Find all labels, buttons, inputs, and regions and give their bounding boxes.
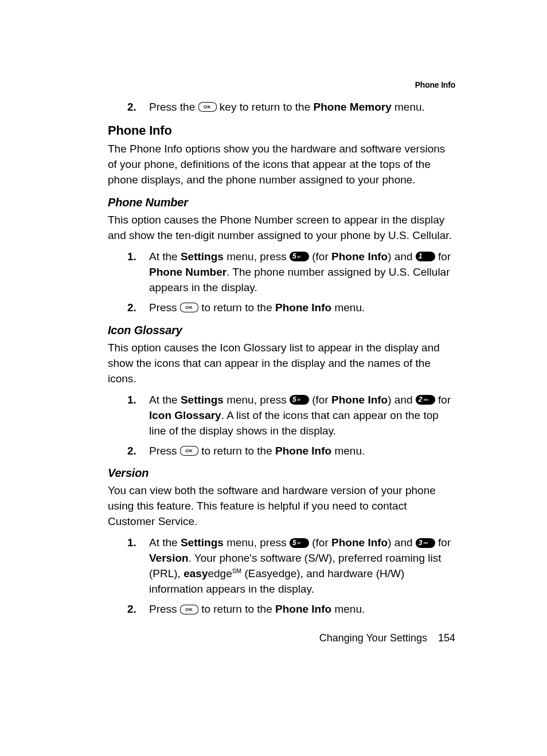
key-digit: 5 xyxy=(292,252,296,261)
text-fragment: Press the xyxy=(149,101,198,113)
text-fragment: menu. xyxy=(331,445,365,457)
sm-mark: SM xyxy=(232,567,242,574)
step-number: 1. xyxy=(127,393,136,408)
key-sub: jkl xyxy=(298,254,300,260)
text-fragment: ) and xyxy=(388,536,416,549)
bold-text: Phone Memory xyxy=(314,101,392,113)
ok-key-icon: OK xyxy=(198,102,217,112)
ordered-list: 1. At the Settings menu, press 5jkl (for… xyxy=(108,535,455,617)
running-head: Phone Info xyxy=(108,80,455,89)
key-1-icon: 1 xyxy=(416,252,435,261)
key-digit: 2 xyxy=(419,395,423,405)
body-paragraph: The Phone Info options show you the hard… xyxy=(108,142,455,188)
bold-text: Version xyxy=(149,552,189,564)
bold-text: Phone Info xyxy=(275,603,331,615)
bold-text: Phone Number xyxy=(149,266,226,278)
step-number: 2. xyxy=(127,444,136,459)
text-fragment: edge xyxy=(208,567,232,579)
text-fragment: for xyxy=(438,394,451,406)
key-sub: abc xyxy=(423,397,428,402)
body-paragraph: This option causes the Phone Number scre… xyxy=(108,213,455,244)
text-fragment: to return to the xyxy=(201,603,275,615)
bold-text: easy xyxy=(183,567,208,579)
text-fragment: to return to the xyxy=(201,445,275,457)
list-item: 1. At the Settings menu, press 5jkl (for… xyxy=(108,535,455,597)
text-fragment: menu. xyxy=(331,301,365,314)
section-heading-phone-info: Phone Info xyxy=(108,123,455,138)
subsection-heading-version: Version xyxy=(108,467,455,480)
step-number: 2. xyxy=(127,602,136,617)
list-item: 2. Press OK to return to the Phone Info … xyxy=(108,300,455,316)
key-5-icon: 5jkl xyxy=(290,538,309,548)
text-fragment: for xyxy=(438,536,451,549)
bold-text: Settings xyxy=(181,394,224,406)
text-fragment: menu. xyxy=(331,603,365,615)
bold-text: Phone Info xyxy=(331,250,388,263)
text-fragment: menu. xyxy=(392,101,425,113)
key-sub: def xyxy=(423,540,427,546)
list-item: 2. Press OK to return to the Phone Info … xyxy=(108,602,455,617)
ordered-list: 1. At the Settings menu, press 5jkl (for… xyxy=(108,249,455,316)
step-number: 2. xyxy=(127,100,136,115)
text-fragment: menu, press xyxy=(224,394,290,406)
key-digit: 3 xyxy=(419,538,423,548)
bold-text: Phone Info xyxy=(331,394,388,406)
text-fragment: Press xyxy=(149,603,180,615)
ok-key-icon: OK xyxy=(180,303,198,312)
bold-text: Settings xyxy=(181,250,224,263)
page-footer: Changing Your Settings 154 xyxy=(319,632,455,644)
ok-key-icon: OK xyxy=(180,605,198,614)
list-item: 1. At the Settings menu, press 5jkl (for… xyxy=(108,393,455,439)
key-5-icon: 5jkl xyxy=(290,252,309,261)
text-fragment: (for xyxy=(312,536,331,549)
key-digit: 5 xyxy=(292,395,296,405)
list-item: 2. Press OK to return to the Phone Info … xyxy=(108,444,455,459)
step-number: 1. xyxy=(127,249,136,265)
list-item: 1. At the Settings menu, press 5jkl (for… xyxy=(108,249,455,296)
subsection-heading-icon-glossary: Icon Glossary xyxy=(108,324,455,337)
text-fragment: At the xyxy=(149,250,181,263)
key-digit: 5 xyxy=(292,538,296,548)
bold-text: Phone Info xyxy=(275,445,331,457)
key-3-icon: 3def xyxy=(416,538,435,548)
key-digit: 1 xyxy=(419,252,423,261)
text-fragment: menu, press xyxy=(224,250,290,263)
bold-text: Settings xyxy=(181,536,224,549)
key-sub: jkl xyxy=(298,540,300,546)
key-sub: jkl xyxy=(298,397,300,402)
page-number: 154 xyxy=(438,632,455,644)
text-fragment: Press xyxy=(149,445,180,457)
text-fragment: menu, press xyxy=(224,536,290,549)
text-fragment: ) and xyxy=(388,250,416,263)
list-item: 2. Press the OK key to return to the Pho… xyxy=(108,100,455,115)
text-fragment: At the xyxy=(149,536,181,549)
bold-text: Phone Info xyxy=(331,536,388,549)
text-fragment: (for xyxy=(312,250,331,263)
body-paragraph: You can view both the software and hardw… xyxy=(108,483,455,530)
text-fragment: (for xyxy=(312,394,331,406)
ok-key-icon: OK xyxy=(180,446,198,456)
key-5-icon: 5jkl xyxy=(290,395,309,405)
text-fragment: Press xyxy=(149,301,180,314)
text-fragment: ) and xyxy=(388,394,416,406)
text-fragment: key to return to the xyxy=(220,101,314,113)
body-paragraph: This option causes the Icon Glossary lis… xyxy=(108,340,455,387)
footer-label: Changing Your Settings xyxy=(319,632,427,644)
text-fragment: At the xyxy=(149,394,181,406)
step-number: 1. xyxy=(127,535,136,551)
text-fragment: to return to the xyxy=(201,301,275,314)
text-fragment: for xyxy=(438,250,451,263)
key-2-icon: 2abc xyxy=(416,395,435,405)
step-number: 2. xyxy=(127,300,136,316)
subsection-heading-phone-number: Phone Number xyxy=(108,196,455,209)
page-content: Phone Info 2. Press the OK key to return… xyxy=(0,0,547,617)
ordered-list: 1. At the Settings menu, press 5jkl (for… xyxy=(108,393,455,459)
continued-ordered-list: 2. Press the OK key to return to the Pho… xyxy=(108,100,455,115)
bold-text: Phone Info xyxy=(275,301,331,314)
bold-text: Icon Glossary xyxy=(149,409,221,421)
